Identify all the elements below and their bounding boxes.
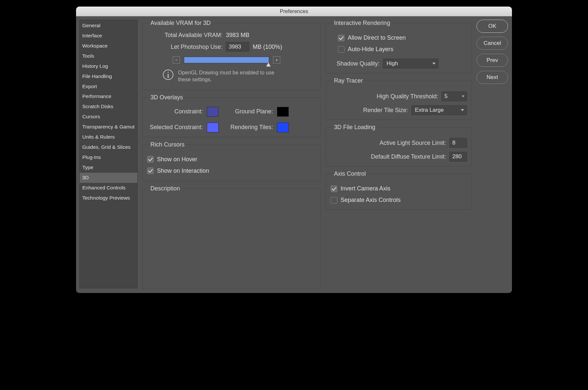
next-button[interactable]: Next: [477, 71, 508, 84]
overlays-legend: 3D Overlays: [148, 94, 185, 101]
selected-constraint-label: Selected Constraint:: [147, 124, 203, 131]
cancel-button[interactable]: Cancel: [477, 37, 508, 50]
sidebar-item-technology-previews[interactable]: Technology Previews: [80, 193, 137, 203]
category-sidebar: GeneralInterfaceWorkspaceToolsHistory Lo…: [79, 20, 138, 288]
let-use-input[interactable]: [226, 42, 249, 52]
constraint-swatch[interactable]: [207, 107, 219, 117]
diffuse-limit-label: Default Diffuse Texture Limit:: [371, 153, 446, 160]
sidebar-item-workspace[interactable]: Workspace: [80, 41, 137, 51]
sidebar-item-3d[interactable]: 3D: [80, 173, 137, 183]
show-on-interaction-checkbox[interactable]: [147, 167, 154, 174]
separate-axis-label: Separate Axis Controls: [341, 197, 401, 204]
sidebar-item-enhanced-controls[interactable]: Enhanced Controls: [80, 183, 137, 193]
sidebar-item-performance[interactable]: Performance: [80, 91, 137, 102]
ok-button[interactable]: OK: [477, 20, 508, 33]
sidebar-item-interface[interactable]: Interface: [80, 31, 137, 41]
hq-threshold-caret[interactable]: [459, 91, 467, 101]
sidebar-item-plug-ins[interactable]: Plug-Ins: [80, 152, 137, 163]
ray-tracer-legend: Ray Tracer: [332, 77, 365, 84]
ground-plane-swatch[interactable]: [277, 107, 289, 117]
dialog-buttons: OK Cancel Prev Next: [477, 20, 508, 288]
window-title: Preferences: [76, 7, 512, 16]
allow-direct-label: Allow Direct to Screen: [348, 34, 406, 41]
rich-cursors-group: Rich Cursors Show on Hover Show on Inter…: [142, 141, 321, 181]
overlays-group: 3D Overlays Constraint: Ground Plane: Se…: [142, 94, 321, 137]
rendering-tiles-label: Rendering Tiles:: [224, 124, 273, 131]
vram-minus-button[interactable]: −: [173, 56, 180, 64]
separate-axis-checkbox[interactable]: [331, 197, 337, 204]
active-light-label: Active Light Source Limit:: [380, 140, 446, 146]
vram-slider-row: − +: [173, 56, 316, 64]
sidebar-item-transparency-gamut[interactable]: Transparency & Gamut: [80, 122, 137, 132]
ray-tracer-group: Ray Tracer High Quality Threshold: Rende…: [326, 77, 472, 120]
file-loading-group: 3D File Loading Active Light Source Limi…: [326, 124, 472, 166]
main-panel: Available VRAM for 3D Total Available VR…: [142, 20, 472, 288]
auto-hide-layers-label: Auto-Hide Layers: [348, 46, 393, 53]
interactive-rendering-legend: Interactive Rendering: [332, 20, 392, 27]
active-light-input[interactable]: [449, 138, 467, 148]
sidebar-item-cursors[interactable]: Cursors: [80, 112, 137, 122]
shadow-quality-select[interactable]: High: [383, 59, 439, 68]
let-use-unit: MB (100%): [253, 44, 282, 50]
total-vram-label: Total Available VRAM:: [160, 32, 223, 39]
vram-plus-button[interactable]: +: [273, 56, 280, 64]
invert-camera-axis-checkbox[interactable]: [331, 185, 337, 192]
axis-control-group: Axis Control Invert Camera Axis Separate…: [326, 170, 472, 210]
vram-info-text: OpenGL Drawing must be enabled to use th…: [178, 69, 280, 83]
show-on-hover-checkbox[interactable]: [147, 156, 154, 163]
total-vram-value: 3983 MB: [226, 32, 249, 39]
vram-slider[interactable]: [184, 57, 269, 63]
diffuse-limit-input[interactable]: [449, 152, 467, 162]
description-legend: Description: [148, 185, 182, 192]
right-column: Interactive Rendering Allow Direct to Sc…: [326, 20, 472, 288]
selected-constraint-swatch[interactable]: [207, 123, 219, 132]
constraint-label: Constraint:: [147, 108, 203, 115]
hq-threshold-select[interactable]: [441, 91, 467, 101]
left-column: Available VRAM for 3D Total Available VR…: [142, 20, 321, 288]
let-use-label: Let Photoshop Use:: [160, 44, 223, 50]
rendering-tiles-swatch[interactable]: [277, 123, 289, 132]
ground-plane-label: Ground Plane:: [224, 108, 273, 115]
hq-threshold-input[interactable]: [441, 91, 459, 101]
shadow-quality-label: Shadow Quality:: [337, 60, 380, 67]
vram-slider-thumb[interactable]: [266, 63, 271, 67]
sidebar-item-scratch-disks[interactable]: Scratch Disks: [80, 102, 137, 112]
preferences-window: Preferences GeneralInterfaceWorkspaceToo…: [76, 7, 512, 293]
hq-threshold-label: High Quality Threshold:: [377, 93, 438, 100]
vram-group: Available VRAM for 3D Total Available VR…: [142, 20, 321, 90]
sidebar-item-export[interactable]: Export: [80, 82, 137, 92]
description-group: Description: [142, 185, 321, 288]
sidebar-item-history-log[interactable]: History Log: [80, 61, 137, 71]
allow-direct-checkbox[interactable]: [338, 35, 344, 41]
file-loading-legend: 3D File Loading: [332, 124, 377, 131]
prev-button[interactable]: Prev: [477, 54, 508, 67]
sidebar-item-type[interactable]: Type: [80, 163, 137, 173]
show-on-interaction-label: Show on Interaction: [157, 167, 209, 174]
render-tile-size-label: Render Tile Size:: [363, 107, 408, 114]
content: GeneralInterfaceWorkspaceToolsHistory Lo…: [76, 16, 512, 293]
vram-legend: Available VRAM for 3D: [148, 20, 213, 27]
sidebar-item-tools[interactable]: Tools: [80, 51, 137, 61]
axis-control-legend: Axis Control: [332, 170, 368, 177]
description-body: [147, 195, 316, 254]
auto-hide-layers-checkbox[interactable]: [338, 46, 344, 53]
sidebar-item-file-handling[interactable]: File Handling: [80, 71, 137, 82]
show-on-hover-label: Show on Hover: [157, 156, 197, 163]
render-tile-size-select[interactable]: Extra Large: [411, 105, 467, 115]
sidebar-item-guides-grid-slices[interactable]: Guides, Grid & Slices: [80, 142, 137, 152]
sidebar-item-units-rulers[interactable]: Units & Rulers: [80, 132, 137, 142]
interactive-rendering-group: Interactive Rendering Allow Direct to Sc…: [326, 20, 472, 73]
invert-camera-axis-label: Invert Camera Axis: [341, 185, 390, 192]
rich-cursors-legend: Rich Cursors: [148, 141, 186, 148]
info-icon: [163, 69, 173, 80]
sidebar-item-general[interactable]: General: [80, 21, 137, 31]
